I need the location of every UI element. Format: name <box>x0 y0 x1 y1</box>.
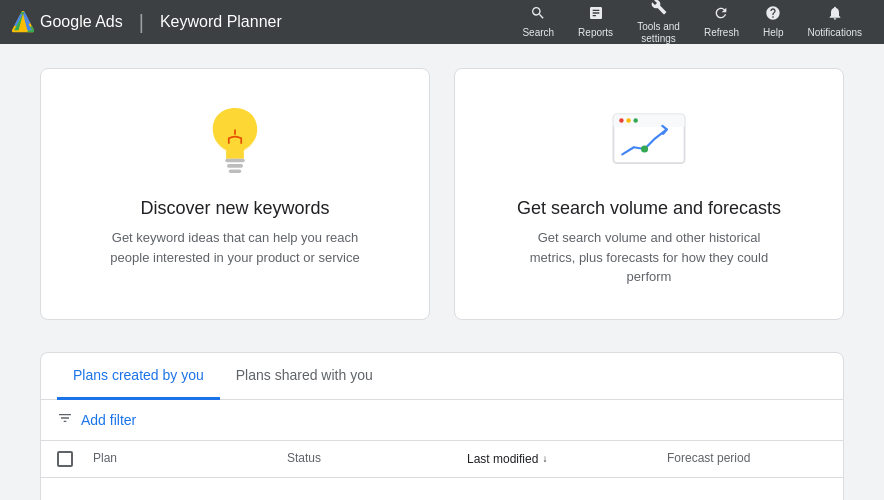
svg-rect-7 <box>225 159 245 163</box>
notifications-icon <box>827 5 843 25</box>
empty-state-message: Find new keyword ideas, get search volum… <box>41 478 843 500</box>
select-all-checkbox[interactable] <box>57 451 73 467</box>
header-divider: | <box>139 11 144 34</box>
google-ads-logo-icon <box>12 11 34 33</box>
svg-point-15 <box>626 118 630 122</box>
nav-refresh[interactable]: Refresh <box>694 1 749 43</box>
svg-point-16 <box>633 118 637 122</box>
add-filter-button[interactable]: Add filter <box>81 412 136 428</box>
google-ads-logo[interactable]: Google Ads <box>12 11 123 33</box>
filter-row: Add filter <box>41 400 843 441</box>
tab-shared-with-you[interactable]: Plans shared with you <box>220 353 389 400</box>
search-volume-card[interactable]: Get search volume and forecasts Get sear… <box>454 68 844 320</box>
svg-rect-13 <box>613 123 684 127</box>
header: Google Ads | Keyword Planner Search Repo… <box>0 0 884 44</box>
header-nav: Search Reports Tools and settings Refres… <box>512 0 872 49</box>
nav-search[interactable]: Search <box>512 1 564 43</box>
nav-refresh-label: Refresh <box>704 27 739 39</box>
filter-icon <box>57 410 73 430</box>
svg-point-17 <box>641 145 648 152</box>
nav-search-label: Search <box>522 27 554 39</box>
nav-reports-label: Reports <box>578 27 613 39</box>
search-icon <box>530 5 546 25</box>
nav-help-label: Help <box>763 27 784 39</box>
main-content: Discover new keywords Get keyword ideas … <box>0 44 884 500</box>
cards-section: Discover new keywords Get keyword ideas … <box>40 68 844 320</box>
nav-tools-label: Tools and settings <box>637 21 680 45</box>
sort-arrow-icon: ↓ <box>542 453 547 464</box>
tools-icon <box>651 0 667 19</box>
nav-notifications-label: Notifications <box>808 27 862 39</box>
discover-keywords-icon <box>195 101 275 181</box>
table-header-forecast-period: Forecast period <box>667 451 827 467</box>
refresh-icon <box>713 5 729 25</box>
nav-help[interactable]: Help <box>753 1 794 43</box>
page-title: Keyword Planner <box>160 13 282 31</box>
header-left: Google Ads | Keyword Planner <box>12 11 282 34</box>
discover-keywords-title: Discover new keywords <box>140 197 329 220</box>
search-volume-icon <box>609 101 689 181</box>
svg-point-14 <box>619 118 623 122</box>
discover-keywords-card[interactable]: Discover new keywords Get keyword ideas … <box>40 68 430 320</box>
help-icon <box>765 5 781 25</box>
nav-tools[interactable]: Tools and settings <box>627 0 690 49</box>
svg-rect-8 <box>227 164 243 168</box>
nav-reports[interactable]: Reports <box>568 1 623 43</box>
svg-rect-9 <box>229 169 241 173</box>
plans-tabs: Plans created by you Plans shared with y… <box>41 353 843 400</box>
search-volume-title: Get search volume and forecasts <box>517 197 781 220</box>
search-volume-desc: Get search volume and other historical m… <box>519 228 779 287</box>
table-header-last-modified[interactable]: Last modified ↓ <box>467 451 667 467</box>
table-header: Plan Status Last modified ↓ Forecast per… <box>41 441 843 478</box>
table-header-checkbox <box>57 451 93 467</box>
logo-text: Google Ads <box>40 13 123 31</box>
nav-notifications[interactable]: Notifications <box>798 1 872 43</box>
reports-icon <box>588 5 604 25</box>
table-header-status: Status <box>287 451 467 467</box>
discover-keywords-desc: Get keyword ideas that can help you reac… <box>105 228 365 267</box>
plans-section: Plans created by you Plans shared with y… <box>40 352 844 500</box>
lightbulb-icon <box>200 101 270 181</box>
table-header-plan: Plan <box>93 451 287 467</box>
chart-icon <box>609 106 689 176</box>
tab-created-by-you[interactable]: Plans created by you <box>57 353 220 400</box>
